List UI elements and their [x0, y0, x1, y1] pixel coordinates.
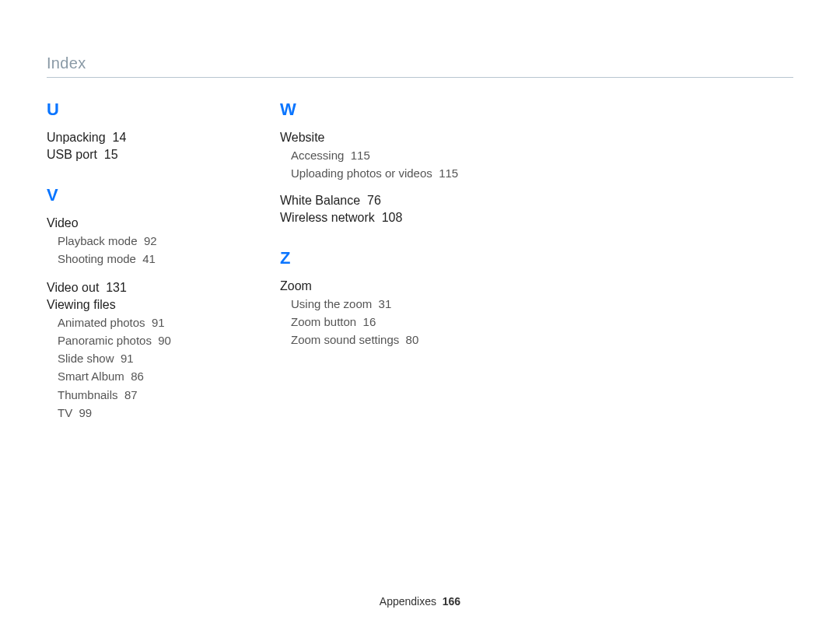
index-subentry: TV 99 — [58, 405, 233, 421]
index-letter-v: V — [47, 185, 233, 205]
index-entry: Video — [47, 216, 233, 230]
page-title: Index — [47, 54, 793, 72]
footer-section: Appendixes — [380, 595, 436, 608]
subentry-page: 92 — [144, 234, 157, 247]
index-entry: USB port 15 — [47, 148, 233, 162]
index-entry: Video out 131 — [47, 281, 233, 295]
subentry-page: 91 — [121, 352, 134, 365]
entry-term: Video out — [47, 281, 99, 294]
index-subentry: Zoom sound settings 80 — [291, 332, 467, 348]
subentry-term: Shooting mode — [58, 252, 136, 265]
subentry-term: Smart Album — [58, 370, 124, 383]
index-letter-w: W — [280, 100, 467, 120]
subentry-page: 80 — [406, 333, 419, 346]
index-subentry: Using the zoom 31 — [291, 296, 467, 312]
entry-term: Zoom — [280, 279, 312, 292]
subentry-page: 87 — [124, 388, 138, 401]
subentry-term: Zoom button — [291, 315, 356, 328]
subentry-page: 31 — [379, 297, 392, 310]
entry-page: 15 — [104, 148, 118, 161]
entry-page: 108 — [382, 211, 403, 224]
subentry-page: 115 — [351, 149, 370, 162]
subentry-page: 91 — [152, 316, 165, 329]
index-entry: Website — [280, 131, 467, 145]
index-entry: Zoom — [280, 279, 467, 293]
index-subentry: Playback mode 92 — [58, 233, 233, 249]
subentry-page: 41 — [142, 252, 156, 265]
subentry-term: Uploading photos or videos — [291, 166, 432, 180]
entry-page: 14 — [113, 131, 127, 144]
subentry-term: TV — [58, 406, 72, 419]
subentry-page: 90 — [158, 334, 171, 347]
entry-term: USB port — [47, 148, 97, 161]
footer-page-number: 166 — [443, 595, 460, 608]
subentry-page: 115 — [439, 166, 458, 180]
subentry-term: Using the zoom — [291, 297, 372, 310]
index-columns: U Unpacking 14 USB port 15 V Video Playb… — [47, 93, 793, 423]
index-subentry: Panoramic photos 90 — [58, 333, 233, 349]
page-footer: Appendixes 166 — [0, 595, 840, 608]
subentry-page: 99 — [79, 406, 93, 419]
index-letter-z: Z — [280, 248, 467, 268]
index-column-1: U Unpacking 14 USB port 15 V Video Playb… — [47, 93, 233, 423]
entry-term: White Balance — [280, 194, 360, 207]
index-subentry: Slide show 91 — [58, 351, 233, 366]
index-subentry: Accessing 115 — [291, 148, 467, 163]
subentry-term: Thumbnails — [58, 388, 118, 401]
subentry-term: Animated photos — [58, 316, 145, 329]
entry-term: Viewing files — [47, 298, 116, 311]
index-subentry: Smart Album 86 — [58, 369, 233, 384]
subentry-page: 16 — [363, 315, 376, 328]
subentry-page: 86 — [131, 370, 144, 383]
entry-page: 131 — [106, 281, 127, 294]
entry-page: 76 — [367, 194, 381, 207]
index-subentry: Uploading photos or videos 115 — [291, 166, 467, 181]
index-entry: Wireless network 108 — [280, 211, 467, 225]
index-column-2: W Website Accessing 115 Uploading photos… — [280, 93, 467, 423]
subentry-term: Zoom sound settings — [291, 333, 399, 346]
index-entry: Viewing files — [47, 298, 233, 312]
index-entry: White Balance 76 — [280, 194, 467, 208]
index-subentry: Zoom button 16 — [291, 314, 467, 330]
entry-term: Video — [47, 216, 79, 229]
page-header: Index — [47, 54, 793, 78]
index-letter-u: U — [47, 100, 233, 120]
entry-term: Wireless network — [280, 211, 375, 224]
index-subentry: Shooting mode 41 — [58, 251, 233, 267]
index-subentry: Thumbnails 87 — [58, 387, 233, 403]
subentry-term: Panoramic photos — [58, 334, 152, 347]
subentry-term: Slide show — [58, 352, 114, 365]
subentry-term: Playback mode — [58, 234, 138, 247]
entry-term: Website — [280, 131, 325, 144]
subentry-term: Accessing — [291, 149, 344, 162]
index-entry: Unpacking 14 — [47, 131, 233, 145]
index-subentry: Animated photos 91 — [58, 315, 233, 331]
page: Index U Unpacking 14 USB port 15 V Video… — [0, 0, 840, 634]
entry-term: Unpacking — [47, 131, 106, 144]
